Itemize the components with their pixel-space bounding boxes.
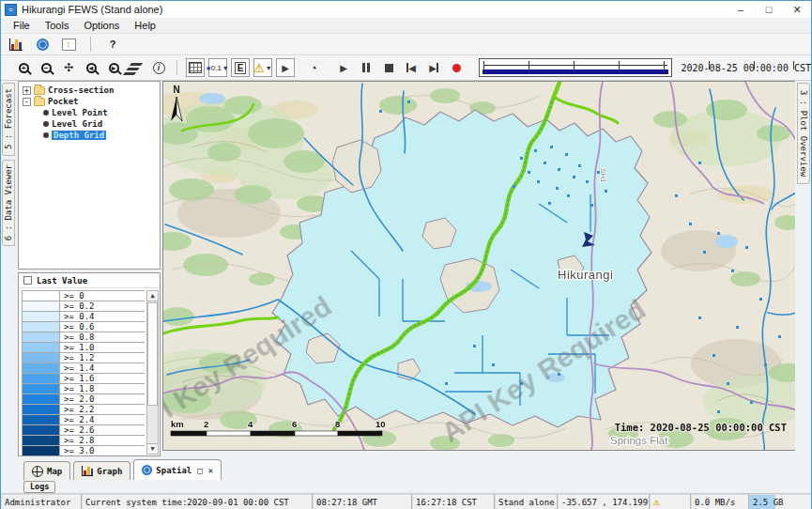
play-button[interactable]: ▶ (334, 58, 353, 77)
current-datetime-label: 2020-08-25 00:00:00 CST (682, 63, 811, 73)
menu-tools[interactable]: Tools (38, 19, 76, 32)
close-button[interactable]: ✕ (783, 1, 811, 18)
svg-text:km: km (171, 419, 184, 429)
zoom-out-icon: − (41, 63, 52, 73)
skip-end-icon (437, 63, 438, 72)
time-slider-range (483, 69, 668, 74)
toolbar-separator (90, 37, 91, 52)
last-value-checkbox[interactable] (23, 276, 32, 285)
time-slider[interactable] (479, 58, 672, 77)
profile-chart-icon: ↕ (62, 39, 76, 51)
legend-row: >= 2.8 (23, 436, 145, 446)
main-area: 5 : Forecast 6 : Data Viewer + Cross-sec… (1, 81, 811, 458)
zoom-next-button[interactable]: ▸ (104, 58, 123, 77)
application-window: ≈ Hikurangi FEWS (Stand alone) – □ ✕ Fil… (0, 0, 812, 509)
legend-title: Last Value (37, 276, 87, 285)
info-button[interactable]: i (149, 58, 168, 77)
legend-scrollbar[interactable]: ▲ ▼ (146, 290, 159, 455)
tab-plot-overview[interactable]: 3 : Plot Overview (797, 83, 810, 184)
legend-row: >= 1.6 (23, 374, 145, 384)
record-button[interactable] (447, 58, 466, 77)
svg-text:2: 2 (204, 419, 208, 429)
right-tab-strip: 3 : Plot Overview (795, 81, 811, 458)
logs-button[interactable]: Logs (23, 481, 55, 493)
explorer-button[interactable] (7, 35, 25, 54)
status-coordinates: -35.657 , 174.199 (558, 494, 650, 509)
grid-toggle-button[interactable] (186, 58, 205, 77)
tree-item-cross-section[interactable]: + Cross-section (19, 85, 160, 96)
legend-table: >= 0 >= 0.2 >= 0.4 >= 0.6 >= 0.8 >= 1.0 … (22, 290, 145, 455)
menu-file[interactable]: File (7, 19, 37, 32)
info-icon: i (153, 62, 165, 74)
map-view[interactable]: API Key Required API Key Required N Hiku… (162, 81, 795, 451)
globe-icon (142, 465, 152, 475)
tree-item-level-point[interactable]: Level Point (19, 107, 160, 118)
threshold-dropdown[interactable]: ● 0.1 ▼ (208, 58, 227, 77)
time-slider-track (483, 65, 667, 66)
stop-button[interactable] (379, 58, 398, 77)
bar-chart-icon (9, 39, 23, 51)
status-warning[interactable]: ⚠ (650, 494, 691, 509)
tab-data-viewer[interactable]: 6 : Data Viewer (2, 160, 15, 246)
status-bandwidth: 0.0 MB/s (691, 494, 749, 509)
timeseries-button[interactable]: ↕ (59, 35, 78, 54)
bullet-icon (43, 132, 49, 138)
menu-options[interactable]: Options (77, 19, 126, 32)
animation-button[interactable]: ▶ (276, 58, 295, 77)
warning-dropdown[interactable]: ⚠ ▼ (253, 58, 272, 77)
legend-row: >= 0 (23, 291, 145, 301)
maximize-button[interactable]: □ (755, 1, 783, 18)
tree-item-level-grid[interactable]: Level Grid (19, 118, 160, 130)
layers-button[interactable] (127, 58, 146, 77)
chevron-down-icon: ▼ (266, 65, 272, 71)
expander-icon[interactable]: - (23, 98, 31, 106)
bottom-tab-bar: Map Graph Spatial □ ✕ (1, 458, 811, 480)
tree-item-depth-grid[interactable]: Depth Grid (19, 130, 160, 141)
legend-panel: Last Value >= 0 >= 0.2 >= 0.4 >= 0.6 >= … (18, 272, 161, 456)
zoom-in-icon: + (19, 63, 29, 73)
menu-help[interactable]: Help (128, 19, 162, 32)
status-system-time: Current system time:2020-09-01 00:00 CST (82, 494, 313, 509)
bullet-icon (43, 110, 49, 116)
tab-graph[interactable]: Graph (73, 461, 130, 480)
skip-start-button[interactable]: ◀ (402, 58, 421, 77)
flat-label: Springs Flat (610, 435, 668, 446)
tab-maximize-icon[interactable]: □ (197, 466, 202, 475)
play-icon: ▶ (340, 63, 347, 73)
scroll-down-icon[interactable]: ▼ (147, 443, 158, 454)
expander-icon[interactable]: + (23, 86, 31, 95)
timer-button[interactable]: ◔ (304, 58, 323, 77)
legend-row: >= 1.2 (23, 353, 145, 363)
grid-icon (189, 62, 202, 73)
road-label: SH1 (599, 168, 607, 183)
movie-icon: ▶ (282, 63, 289, 73)
toolbar-separator (176, 60, 177, 75)
editor-icon: E (235, 62, 247, 74)
status-gmt-time: 08:27:18 GMT (313, 494, 412, 509)
tab-close-icon[interactable]: ✕ (208, 466, 213, 475)
legend-row: >= 0.6 (23, 322, 145, 332)
status-bar: Administrator Current system time:2020-0… (1, 493, 811, 509)
scrollbar-thumb[interactable] (147, 302, 158, 406)
selected-tree-item: Depth Grid (52, 131, 106, 140)
folder-icon (34, 86, 45, 95)
svg-text:4: 4 (248, 419, 253, 429)
skip-end-button[interactable]: ▶ (424, 58, 443, 77)
spatial-display-button[interactable] (33, 35, 52, 54)
tab-spatial[interactable]: Spatial □ ✕ (133, 459, 222, 480)
wire-globe-icon (32, 466, 43, 477)
zoom-out-button[interactable]: − (37, 58, 55, 77)
zoom-previous-button[interactable]: ◂ (82, 58, 100, 77)
tree-item-pocket[interactable]: - Pocket (19, 96, 160, 107)
pause-button[interactable] (357, 58, 375, 77)
help-button[interactable]: ? (103, 35, 122, 54)
record-icon (452, 64, 461, 72)
scroll-up-icon[interactable]: ▲ (147, 291, 158, 301)
pan-button[interactable]: ✣ (59, 58, 78, 77)
tab-map[interactable]: Map (23, 461, 70, 480)
folder-icon (34, 98, 45, 106)
minimize-button[interactable]: – (727, 1, 755, 18)
zoom-in-button[interactable]: + (14, 58, 33, 77)
tab-forecast[interactable]: 5 : Forecast (2, 83, 15, 156)
editor-button[interactable]: E (231, 58, 250, 77)
